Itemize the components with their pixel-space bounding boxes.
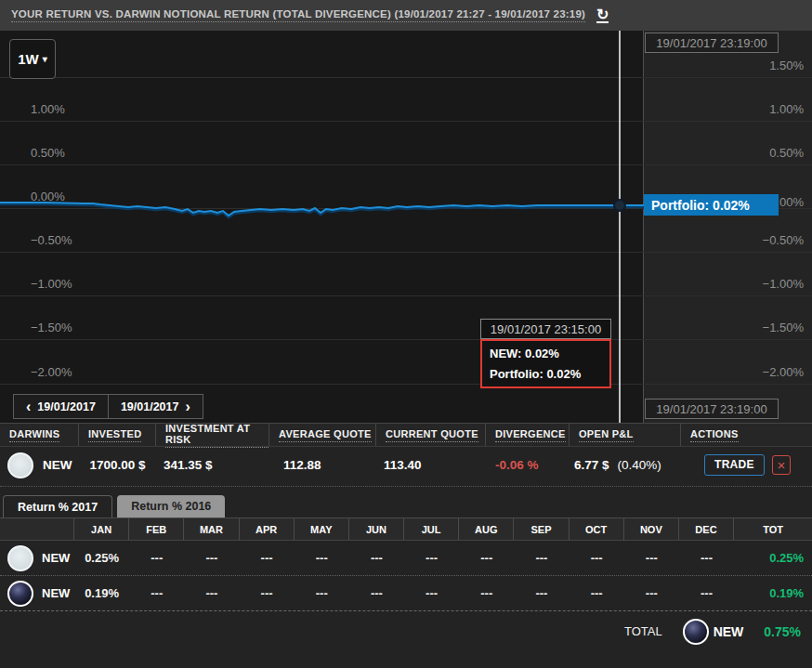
close-position-button[interactable]: × [772, 455, 791, 475]
close-icon: × [777, 457, 785, 473]
chevron-left-icon: ‹ [26, 399, 31, 414]
darwin-name: NEW [42, 586, 70, 600]
darwin-name: NEW [42, 551, 70, 565]
tab-return-2016[interactable]: Return % 2016 [117, 495, 225, 517]
darwin-cell: NEW [0, 581, 74, 607]
chart-header-bar: YOUR RETURN VS. DARWIN NOTIONAL RETURN (… [0, 0, 812, 31]
chevron-right-icon: › [185, 399, 190, 414]
chart-tooltip: 19/01/2017 23:15:00 NEW: 0.02% Portfolio… [480, 319, 611, 388]
chevron-down-icon: ▾ [43, 54, 47, 64]
divider [0, 486, 812, 487]
column-header-jun: JUN [349, 518, 404, 540]
date-navigation: ‹ 19/01/2017 19/01/2017 › [13, 394, 203, 419]
trade-button[interactable]: TRADE [704, 454, 765, 476]
month-value-may: --- [295, 551, 349, 565]
month-value-apr: --- [240, 586, 295, 600]
darwin-avatar [7, 452, 33, 478]
month-value-jan: 0.25% [74, 551, 129, 565]
month-value-oct: --- [570, 551, 624, 565]
tooltip-body: NEW: 0.02% Portfolio: 0.02% [480, 339, 611, 388]
month-value-jun: --- [349, 551, 404, 565]
column-header-jan: JAN [74, 518, 129, 540]
month-value-may: --- [295, 586, 349, 600]
column-header-nov: NOV [624, 518, 679, 540]
column-header-aug: AUG [459, 518, 514, 540]
timeframe-dropdown[interactable]: 1W ▾ [9, 39, 56, 79]
y-axis-label-right: 1.00% [769, 102, 804, 116]
y-axis-label-left: 0.00% [31, 190, 65, 203]
month-value-jan: 0.19% [74, 586, 129, 600]
column-header-average-quote: AVERAGE QUOTE [269, 424, 376, 446]
position-row: NEW 1700.00 $ 341.35 $ 112.88 113.40 -0.… [0, 447, 812, 483]
month-value-feb: --- [129, 551, 184, 565]
darwin-avatar [7, 545, 33, 571]
next-date-label: 19/01/2017 [121, 400, 179, 413]
portfolio-value-tag: Portfolio: 0.02% [644, 194, 779, 216]
returns-tabs: Return % 2017 Return % 2016 [3, 495, 812, 517]
y-axis-label-right: −1.00% [763, 277, 804, 291]
column-header-investment-at-risk: INVESTMENT AT RISK [156, 424, 269, 446]
column-header-darwins: DARWINS [0, 424, 79, 446]
y-axis-label-left: −2.00% [31, 365, 72, 379]
month-value-oct: --- [570, 586, 624, 600]
grand-total-row: TOTAL NEW 0.75% [0, 610, 812, 651]
darwin-cell: NEW [0, 452, 79, 478]
column-header-dec: DEC [679, 518, 734, 540]
darwin-avatar [683, 619, 709, 645]
column-header-open-pl: OPEN P&L [570, 424, 681, 446]
y-axis-label-right: 1.50% [769, 59, 804, 72]
y-axis-label-left: −0.50% [31, 233, 72, 247]
month-value-dec: --- [679, 551, 734, 565]
y-axis-label-left: −1.50% [31, 321, 72, 334]
column-header-mar: MAR [184, 518, 239, 540]
column-header-apr: APR [240, 518, 295, 540]
month-value-aug: --- [459, 551, 514, 565]
tooltip-new-value: NEW: 0.02% [490, 347, 602, 360]
y-axis-label-right: −1.50% [763, 321, 804, 334]
month-value-feb: --- [129, 586, 184, 600]
returns-row-2: NEW 0.19% --- --- --- --- --- --- --- --… [0, 575, 812, 610]
timeframe-label: 1W [18, 51, 39, 67]
darwin-name: NEW [43, 458, 72, 472]
open-pl-value: 6.77 $ [574, 458, 609, 472]
y-axis-label-right: −0.50% [763, 233, 804, 247]
next-date-button[interactable]: 19/01/2017 › [108, 394, 203, 419]
month-value-jul: --- [404, 551, 459, 565]
darwin-avatar [7, 581, 33, 607]
total-label: TOTAL [624, 624, 662, 638]
total-return-value: 0.19% [734, 586, 812, 600]
prev-date-button[interactable]: ‹ 19/01/2017 [13, 394, 109, 419]
column-header-divergence: DIVERGENCE [486, 424, 570, 446]
returns-row-1: NEW 0.25% --- --- --- --- --- --- --- --… [0, 541, 812, 575]
month-value-mar: --- [184, 586, 239, 600]
open-pl-percent: (0.40%) [618, 458, 661, 472]
month-value-mar: --- [184, 551, 239, 565]
y-axis-label-left: −1.00% [31, 277, 72, 291]
investment-at-risk-value: 341.35 $ [156, 458, 269, 472]
month-value-dec: --- [679, 586, 734, 600]
refresh-icon[interactable]: ↻ [596, 8, 609, 23]
positions-table-header: DARWINS INVESTED INVESTMENT AT RISK AVER… [0, 423, 812, 447]
page-title: YOUR RETURN VS. DARWIN NOTIONAL RETURN (… [11, 8, 585, 22]
open-pl-cell: 6.77 $ (0.40%) [570, 458, 681, 472]
column-header-empty [0, 518, 74, 540]
actions-cell: TRADE × [681, 454, 812, 476]
divergence-value: -0.06 % [486, 458, 570, 472]
darwin-cell: NEW [0, 545, 74, 571]
column-header-feb: FEB [129, 518, 184, 540]
column-header-jul: JUL [404, 518, 459, 540]
y-axis-label-left: 1.00% [31, 102, 65, 116]
column-header-actions: ACTIONS [681, 424, 812, 446]
tooltip-date: 19/01/2017 23:15:00 [480, 319, 611, 339]
month-value-sep: --- [514, 586, 569, 600]
month-value-sep: --- [514, 551, 569, 565]
column-header-invested: INVESTED [79, 424, 156, 446]
tab-return-2017[interactable]: Return % 2017 [3, 495, 112, 517]
month-value-jun: --- [349, 586, 404, 600]
month-value-nov: --- [624, 551, 679, 565]
y-axis-label-left: 0.50% [31, 146, 65, 160]
month-value-aug: --- [459, 586, 514, 600]
tooltip-portfolio-value: Portfolio: 0.02% [490, 367, 602, 381]
current-quote-value: 113.40 [376, 458, 486, 472]
month-value-jul: --- [404, 586, 459, 600]
